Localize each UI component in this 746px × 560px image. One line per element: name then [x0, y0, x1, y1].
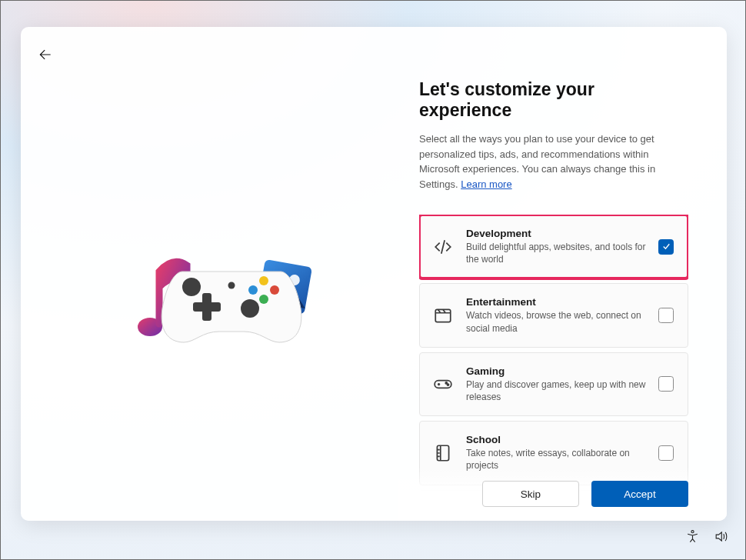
footer-bar: Skip Accept — [398, 467, 727, 521]
learn-more-link[interactable]: Learn more — [461, 178, 511, 190]
accept-button[interactable]: Accept — [591, 481, 688, 507]
option-checkbox[interactable] — [658, 376, 674, 392]
accessibility-button[interactable] — [685, 529, 700, 547]
system-tray — [685, 529, 728, 547]
skip-button[interactable]: Skip — [482, 481, 579, 507]
option-title: School — [466, 434, 646, 445]
option-entertainment[interactable]: EntertainmentWatch videos, browse the we… — [419, 283, 688, 347]
option-title: Development — [466, 228, 646, 239]
gamepad-icon — [432, 373, 454, 395]
option-desc: Build delightful apps, websites, and too… — [466, 241, 646, 265]
page-description: Select all the ways you plan to use your… — [419, 132, 688, 192]
svg-point-7 — [241, 299, 259, 318]
svg-point-6 — [182, 278, 201, 296]
option-text: GamingPlay and discover games, keep up w… — [466, 365, 646, 403]
svg-point-11 — [259, 295, 268, 304]
option-checkbox[interactable] — [658, 445, 674, 461]
film-icon — [432, 305, 454, 326]
svg-point-8 — [259, 276, 268, 285]
option-checkbox[interactable] — [658, 308, 674, 323]
accessibility-icon — [685, 529, 700, 544]
option-text: EntertainmentWatch videos, browse the we… — [466, 296, 646, 334]
option-title: Gaming — [466, 365, 646, 377]
svg-rect-5 — [202, 293, 211, 321]
oobe-card: Let's customize your experience Select a… — [21, 27, 727, 521]
svg-rect-13 — [435, 309, 451, 322]
svg-point-16 — [447, 384, 448, 385]
description-text: Select all the ways you plan to use your… — [419, 133, 655, 190]
svg-point-12 — [228, 282, 235, 289]
option-title: Entertainment — [466, 296, 646, 308]
option-text: DevelopmentBuild delightful apps, websit… — [466, 228, 646, 265]
hero-illustration — [128, 248, 328, 364]
page-title: Let's customize your experience — [419, 79, 688, 121]
svg-point-15 — [445, 382, 447, 384]
volume-icon — [714, 529, 728, 544]
option-development[interactable]: DevelopmentBuild delightful apps, websit… — [419, 215, 688, 278]
notebook-icon — [432, 442, 454, 464]
svg-point-18 — [691, 531, 694, 533]
code-icon — [432, 236, 454, 258]
hero-pane — [21, 27, 398, 521]
option-gaming[interactable]: GamingPlay and discover games, keep up w… — [419, 352, 688, 416]
svg-point-10 — [248, 285, 258, 295]
svg-point-9 — [270, 285, 279, 295]
content-pane: Let's customize your experience Select a… — [398, 27, 727, 521]
option-checkbox[interactable] — [658, 239, 674, 255]
option-desc: Play and discover games, keep up with ne… — [466, 378, 646, 403]
volume-button[interactable] — [714, 529, 728, 547]
option-desc: Watch videos, browse the web, connect on… — [466, 309, 646, 334]
